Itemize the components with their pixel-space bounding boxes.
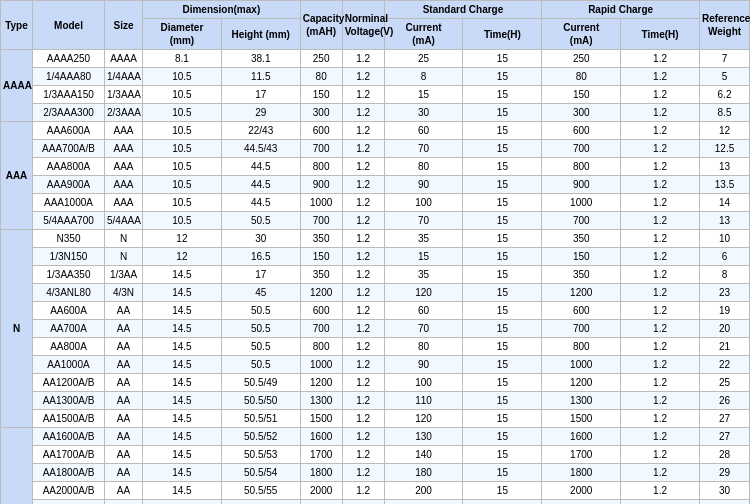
diameter-cell: 14.5: [143, 302, 222, 320]
std-current-cell: 90: [384, 176, 463, 194]
header-model: Model: [33, 1, 105, 50]
std-time-cell: 15: [463, 302, 542, 320]
std-time-cell: 15: [463, 410, 542, 428]
model-cell: AA1700A/B: [33, 446, 105, 464]
height-cell: 50.5/54: [221, 464, 300, 482]
std-time-cell: 15: [463, 464, 542, 482]
capacity-cell: 800: [300, 338, 342, 356]
size-cell: AAA: [105, 194, 143, 212]
rap-current-cell: 1000: [542, 194, 621, 212]
rap-time-cell: 1.2: [621, 410, 700, 428]
capacity-cell: 2000: [300, 482, 342, 500]
rap-time-cell: 1.2: [621, 464, 700, 482]
height-cell: 50.5: [221, 212, 300, 230]
ref-weight-cell: 30: [700, 482, 750, 500]
capacity-cell: 1200: [300, 284, 342, 302]
type-cell: N: [1, 230, 33, 428]
header-std-time: Time(H): [463, 19, 542, 50]
diameter-cell: 14.5: [143, 356, 222, 374]
voltage-cell: 1.2: [342, 212, 384, 230]
rap-current-cell: 800: [542, 338, 621, 356]
std-time-cell: 15: [463, 86, 542, 104]
model-cell: 1/3AAA150: [33, 86, 105, 104]
std-time-cell: 15: [463, 122, 542, 140]
size-cell: 4/3N: [105, 284, 143, 302]
rap-current-cell: 2100: [542, 500, 621, 505]
model-cell: 1/3N150: [33, 248, 105, 266]
std-current-cell: 70: [384, 320, 463, 338]
size-cell: 2/3AAA: [105, 104, 143, 122]
rap-time-cell: 1.2: [621, 320, 700, 338]
rap-time-cell: 1.2: [621, 212, 700, 230]
diameter-cell: 14.5: [143, 446, 222, 464]
height-cell: 50.5: [221, 356, 300, 374]
ref-weight-cell: 26: [700, 392, 750, 410]
rap-current-cell: 1700: [542, 446, 621, 464]
rap-current-cell: 1500: [542, 410, 621, 428]
height-cell: 44.5/43: [221, 140, 300, 158]
ref-weight-cell: 7: [700, 50, 750, 68]
model-cell: AA700A: [33, 320, 105, 338]
type-cell: AAAA: [1, 50, 33, 122]
diameter-cell: 10.5: [143, 86, 222, 104]
capacity-cell: 600: [300, 122, 342, 140]
model-cell: 1/4AAA80: [33, 68, 105, 86]
std-current-cell: 30: [384, 104, 463, 122]
height-cell: 50.5/52: [221, 428, 300, 446]
rap-time-cell: 1.2: [621, 392, 700, 410]
rap-time-cell: 1.2: [621, 428, 700, 446]
capacity-cell: 1300: [300, 392, 342, 410]
std-current-cell: 60: [384, 122, 463, 140]
voltage-cell: 1.2: [342, 428, 384, 446]
height-cell: 44.5: [221, 176, 300, 194]
diameter-cell: 14.5: [143, 410, 222, 428]
rap-time-cell: 1.2: [621, 158, 700, 176]
model-cell: AAA900A: [33, 176, 105, 194]
ref-weight-cell: 27: [700, 410, 750, 428]
model-cell: 1/3AA350: [33, 266, 105, 284]
model-cell: AA800A: [33, 338, 105, 356]
diameter-cell: 14.5: [143, 464, 222, 482]
capacity-cell: 350: [300, 230, 342, 248]
rap-time-cell: 1.2: [621, 356, 700, 374]
diameter-cell: 12: [143, 248, 222, 266]
ref-weight-cell: 22: [700, 356, 750, 374]
diameter-cell: 14.5: [143, 392, 222, 410]
std-current-cell: 35: [384, 266, 463, 284]
size-cell: AA: [105, 500, 143, 505]
voltage-cell: 1.2: [342, 122, 384, 140]
rap-current-cell: 350: [542, 230, 621, 248]
model-cell: 5/4AAA700: [33, 212, 105, 230]
rap-time-cell: 1.2: [621, 284, 700, 302]
data-table: Type Model Size Dimension(max) Capacity(…: [0, 0, 750, 504]
ref-weight-cell: 8.5: [700, 104, 750, 122]
ref-weight-cell: 30: [700, 500, 750, 505]
diameter-cell: 10.5: [143, 68, 222, 86]
ref-weight-cell: 20: [700, 320, 750, 338]
size-cell: AA: [105, 302, 143, 320]
size-cell: AA: [105, 410, 143, 428]
std-time-cell: 15: [463, 230, 542, 248]
voltage-cell: 1.2: [342, 356, 384, 374]
model-cell: AA600A: [33, 302, 105, 320]
voltage-cell: 1.2: [342, 500, 384, 505]
capacity-cell: 1200: [300, 374, 342, 392]
size-cell: AA: [105, 356, 143, 374]
std-current-cell: 15: [384, 86, 463, 104]
std-current-cell: 80: [384, 158, 463, 176]
capacity-cell: 1600: [300, 428, 342, 446]
height-cell: 45: [221, 284, 300, 302]
size-cell: AA: [105, 338, 143, 356]
rap-time-cell: 1.2: [621, 68, 700, 86]
header-size: Size: [105, 1, 143, 50]
rap-time-cell: 1.2: [621, 140, 700, 158]
rap-current-cell: 600: [542, 302, 621, 320]
diameter-cell: 10.5: [143, 104, 222, 122]
header-ref-weight: Reference Weight: [700, 1, 750, 50]
std-current-cell: 100: [384, 374, 463, 392]
size-cell: AA: [105, 482, 143, 500]
diameter-cell: 10.5: [143, 158, 222, 176]
size-cell: AAA: [105, 122, 143, 140]
model-cell: AA1500A/B: [33, 410, 105, 428]
header-rapid-charge: Rapid Charge: [542, 1, 700, 19]
